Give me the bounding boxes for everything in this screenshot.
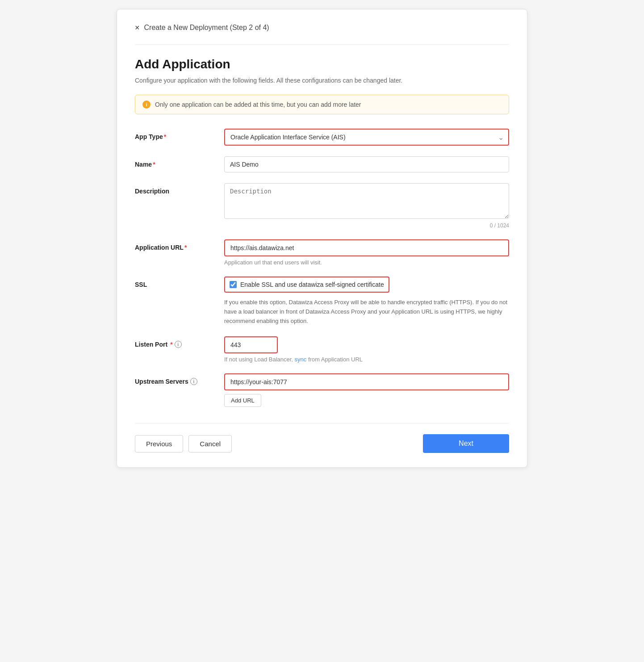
- previous-button[interactable]: Previous: [135, 435, 183, 453]
- footer-left-buttons: Previous Cancel: [135, 435, 232, 453]
- page-title: Add Application: [135, 57, 509, 71]
- listen-port-input[interactable]: [224, 336, 278, 353]
- app-url-input[interactable]: [224, 239, 509, 256]
- ssl-description: If you enable this option, Datawiza Acce…: [224, 298, 509, 326]
- name-input[interactable]: [224, 156, 509, 172]
- modal-header: × Create a New Deployment (Step 2 of 4): [135, 24, 509, 32]
- sync-link[interactable]: sync: [295, 356, 307, 363]
- ssl-checkbox-label[interactable]: Enable SSL and use datawiza self-signed …: [240, 281, 384, 288]
- cancel-button[interactable]: Cancel: [188, 435, 232, 453]
- ssl-checkbox-wrap: Enable SSL and use datawiza self-signed …: [224, 277, 389, 293]
- app-url-required: *: [184, 244, 187, 251]
- upstream-servers-row: Upstream Servers i Add URL: [135, 373, 509, 407]
- modal-container: × Create a New Deployment (Step 2 of 4) …: [117, 9, 527, 468]
- app-type-control: Oracle Application Interface Service (AI…: [224, 129, 509, 146]
- ssl-row: SSL Enable SSL and use datawiza self-sig…: [135, 277, 509, 326]
- header-divider: [135, 44, 509, 45]
- upstream-label-wrap: Upstream Servers i: [135, 378, 224, 385]
- add-url-button[interactable]: Add URL: [224, 394, 261, 407]
- name-row: Name*: [135, 156, 509, 172]
- close-icon[interactable]: ×: [135, 24, 140, 32]
- upstream-info-icon[interactable]: i: [190, 378, 197, 385]
- listen-port-row: Listen Port* i If not using Load Balance…: [135, 336, 509, 363]
- app-url-label: Application URL*: [135, 239, 224, 251]
- app-type-select[interactable]: Oracle Application Interface Service (AI…: [224, 129, 509, 146]
- name-label: Name*: [135, 156, 224, 168]
- app-type-row: App Type* Oracle Application Interface S…: [135, 129, 509, 146]
- next-button[interactable]: Next: [423, 434, 509, 453]
- ssl-control: Enable SSL and use datawiza self-signed …: [224, 277, 509, 326]
- listen-port-hint: If not using Load Balancer, sync from Ap…: [224, 356, 509, 363]
- listen-port-required: *: [170, 341, 172, 348]
- upstream-input-container: Add URL: [224, 373, 509, 407]
- banner-text: Only one application can be added at thi…: [155, 101, 361, 108]
- name-control: [224, 156, 509, 172]
- app-type-required: *: [164, 133, 166, 140]
- listen-port-control: If not using Load Balancer, sync from Ap…: [224, 336, 509, 363]
- description-label: Description: [135, 183, 224, 195]
- description-control: 0 / 1024: [224, 183, 509, 229]
- listen-port-info-icon[interactable]: i: [175, 341, 182, 348]
- form-footer: Previous Cancel Next: [135, 423, 509, 453]
- info-banner: i Only one application can be added at t…: [135, 95, 509, 114]
- modal-header-title: Create a New Deployment (Step 2 of 4): [144, 24, 269, 32]
- listen-port-label-wrap: Listen Port* i: [135, 341, 224, 348]
- app-type-select-wrap: Oracle Application Interface Service (AI…: [224, 129, 509, 146]
- info-icon: i: [142, 101, 151, 109]
- upstream-servers-label: Upstream Servers i: [135, 373, 224, 385]
- app-type-label: App Type*: [135, 129, 224, 140]
- ssl-label: SSL: [135, 277, 224, 288]
- description-row: Description 0 / 1024: [135, 183, 509, 229]
- upstream-servers-control: Add URL: [224, 373, 509, 407]
- app-url-row: Application URL* Application url that en…: [135, 239, 509, 266]
- app-url-hint: Application url that end users will visi…: [224, 259, 509, 266]
- char-count: 0 / 1024: [224, 222, 509, 229]
- app-url-control: Application url that end users will visi…: [224, 239, 509, 266]
- listen-port-label: Listen Port* i: [135, 336, 224, 348]
- name-required: *: [153, 161, 155, 168]
- page-subtitle: Configure your application with the foll…: [135, 77, 509, 84]
- description-textarea[interactable]: [224, 183, 509, 219]
- ssl-checkbox[interactable]: [230, 281, 237, 288]
- upstream-server-input[interactable]: [224, 373, 509, 390]
